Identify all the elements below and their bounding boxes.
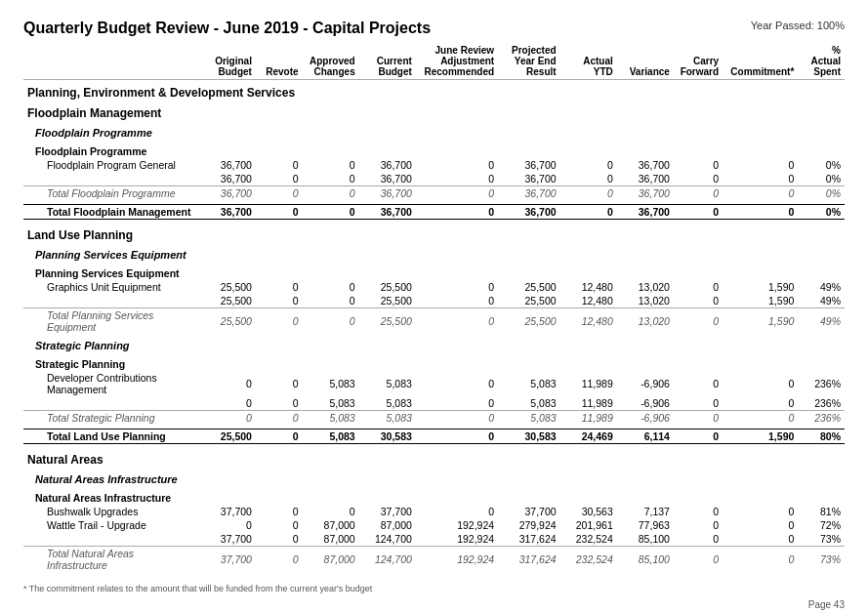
section-row: Floodplain Programme xyxy=(23,121,845,140)
row-value: 0 xyxy=(256,532,303,547)
total-value: 36,700 xyxy=(199,204,256,219)
section-row: Natural Areas Infrastructure xyxy=(23,468,845,486)
total-value: 5,083 xyxy=(359,411,416,426)
total-value: 0 xyxy=(416,204,498,219)
row-label: Bushwalk Upgrades xyxy=(23,505,199,518)
row-value: 11,989 xyxy=(560,371,617,396)
total-value: 12,480 xyxy=(560,308,617,335)
total-value: 30,583 xyxy=(359,429,416,443)
section-row: Planning, Environment & Development Serv… xyxy=(23,80,845,102)
row-value: 37,700 xyxy=(199,532,256,547)
total-value: 36,700 xyxy=(617,186,674,201)
total-label: Total Floodplain Management xyxy=(23,204,199,219)
row-value: -6,906 xyxy=(617,371,674,396)
col-header-original-budget: OriginalBudget xyxy=(199,43,256,80)
total-value: 0 xyxy=(256,411,303,426)
col-header-projected: ProjectedYear EndResult xyxy=(498,43,559,80)
total-value: 236% xyxy=(798,411,845,426)
row-value: 36,700 xyxy=(498,172,559,186)
total-value: 0 xyxy=(674,547,723,573)
total-value: 49% xyxy=(798,308,845,335)
row-value: 36,700 xyxy=(199,158,256,172)
total-value: 0 xyxy=(560,186,617,201)
row-value: 0 xyxy=(256,158,303,172)
column-headers: OriginalBudget Revote ApprovedChanges Cu… xyxy=(23,43,845,80)
subtotal-row: Total Natural Areas Infrastructure37,700… xyxy=(23,547,845,573)
row-value: 0 xyxy=(416,371,498,396)
row-label: Graphics Unit Equipment xyxy=(23,280,199,294)
total-value: 0 xyxy=(416,411,498,426)
row-value: 0 xyxy=(674,505,723,518)
total-value: 1,590 xyxy=(723,429,798,443)
total-value: 0 xyxy=(674,186,723,201)
row-value: 0 xyxy=(674,172,723,186)
col-header-pct-spent: % ActualSpent xyxy=(798,43,845,80)
row-value: 25,500 xyxy=(359,280,416,294)
row-value: 7,137 xyxy=(617,505,674,518)
total-value: 0 xyxy=(674,308,723,335)
row-value: 0 xyxy=(723,532,798,547)
row-value: 124,700 xyxy=(359,532,416,547)
grand-total-row: Total Land Use Planning25,50005,08330,58… xyxy=(23,429,845,443)
col-header-carry-forward: CarryForward xyxy=(674,43,723,80)
row-value: 0 xyxy=(674,371,723,396)
row-value: 279,924 xyxy=(498,518,559,532)
total-label: Total Planning Services Equipment xyxy=(23,308,199,335)
total-value: 0 xyxy=(723,186,798,201)
row-value: 1,590 xyxy=(723,294,798,308)
row-value: 0 xyxy=(199,518,256,532)
section-row: Natural Areas Infrastructure xyxy=(23,486,845,505)
row-value: 192,924 xyxy=(416,518,498,532)
total-value: 25,500 xyxy=(199,429,256,443)
row-value: 0 xyxy=(303,280,359,294)
total-value: 5,083 xyxy=(303,429,359,443)
total-value: 5,083 xyxy=(498,411,559,426)
page-title: Quarterly Budget Review - June 2019 - Ca… xyxy=(23,20,431,37)
row-value: 12,480 xyxy=(560,294,617,308)
total-value: 25,500 xyxy=(498,308,559,335)
row-value: 0 xyxy=(256,396,303,411)
total-value: 0 xyxy=(723,204,798,219)
row-value: 13,020 xyxy=(617,280,674,294)
row-value: 0 xyxy=(303,294,359,308)
row-label xyxy=(23,172,199,186)
row-value: 0% xyxy=(798,158,845,172)
page-number: Page 43 xyxy=(23,599,845,610)
total-value: 0 xyxy=(256,204,303,219)
row-value: 0 xyxy=(256,518,303,532)
total-value: 0% xyxy=(798,204,845,219)
row-value: -6,906 xyxy=(617,396,674,411)
row-value: 5,083 xyxy=(359,396,416,411)
total-value: 0 xyxy=(723,411,798,426)
row-value: 87,000 xyxy=(303,532,359,547)
row-value: 0 xyxy=(416,172,498,186)
row-label xyxy=(23,294,199,308)
row-value: 0 xyxy=(723,371,798,396)
row-value: 0 xyxy=(256,172,303,186)
data-row: Floodplain Program General36,7000036,700… xyxy=(23,158,845,172)
footnote-text: * The commitment relates to the amount t… xyxy=(23,584,845,593)
row-label: Developer Contributions Management xyxy=(23,371,199,396)
total-value: 80% xyxy=(798,429,845,443)
data-row: 36,7000036,700036,700036,700000% xyxy=(23,172,845,186)
row-value: 0 xyxy=(723,518,798,532)
section-row: Planning Services Equipment xyxy=(23,243,845,262)
row-value: 0 xyxy=(560,172,617,186)
total-value: 0 xyxy=(256,547,303,573)
total-value: 317,624 xyxy=(498,547,559,573)
row-value: 13,020 xyxy=(617,294,674,308)
row-value: 201,961 xyxy=(560,518,617,532)
row-value: 36,700 xyxy=(359,172,416,186)
row-value: 0 xyxy=(674,280,723,294)
total-value: 30,583 xyxy=(498,429,559,443)
total-value: 11,989 xyxy=(560,411,617,426)
row-value: 0 xyxy=(303,158,359,172)
total-value: 5,083 xyxy=(303,411,359,426)
row-value: 0 xyxy=(674,532,723,547)
subtotal-row: Total Floodplain Programme36,7000036,700… xyxy=(23,186,845,201)
total-value: 0 xyxy=(303,204,359,219)
total-value: 0 xyxy=(416,429,498,443)
total-value: 124,700 xyxy=(359,547,416,573)
data-row: Wattle Trail - Upgrade0087,00087,000192,… xyxy=(23,518,845,532)
budget-table: OriginalBudget Revote ApprovedChanges Cu… xyxy=(23,43,845,572)
